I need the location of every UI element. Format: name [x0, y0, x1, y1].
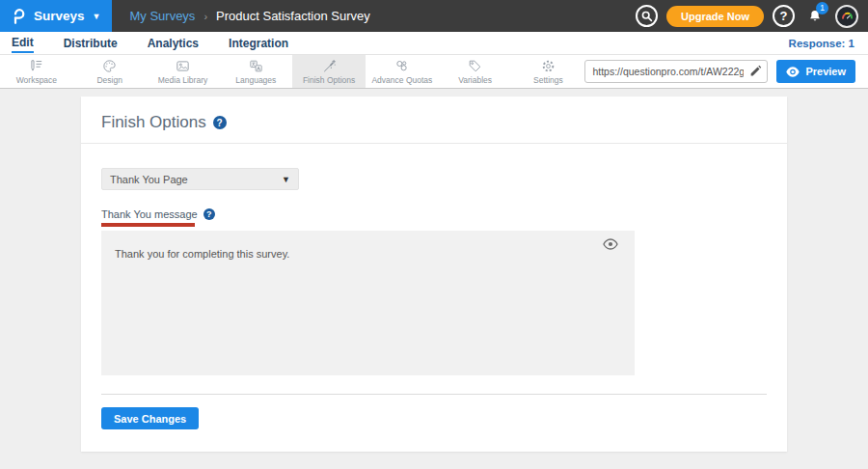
response-count[interactable]: Response: 1	[789, 38, 854, 49]
search-button[interactable]	[636, 5, 658, 27]
tab-edit[interactable]: Edit	[12, 33, 34, 53]
breadcrumb-my-surveys[interactable]: My Surveys	[129, 9, 195, 23]
toolbar-item-settings[interactable]: Settings	[512, 55, 585, 88]
thank-you-message-editor[interactable]: Thank you for completing this survey.	[101, 231, 635, 375]
annotation-red-underline	[101, 223, 195, 227]
thank-you-message-help-icon[interactable]: ?	[203, 208, 215, 220]
finish-type-value: Thank You Page	[110, 174, 188, 185]
license-gauge-icon	[840, 9, 854, 23]
product-menu-label: Surveys	[34, 9, 85, 23]
questionpro-logo-icon	[10, 8, 27, 25]
tab-analytics[interactable]: Analytics	[148, 34, 199, 52]
save-changes-button[interactable]: Save Changes	[101, 407, 199, 429]
thank-you-message-label: Thank You message	[101, 208, 198, 220]
preview-message-eye-icon[interactable]	[603, 238, 618, 250]
notifications-button[interactable]: 1	[803, 5, 827, 28]
finish-options-card: Finish Options ? Thank You Page ▼ Thank …	[81, 97, 787, 452]
notification-count-badge: 1	[816, 2, 828, 14]
toolbar-item-languages[interactable]: Languages	[219, 55, 292, 88]
media-library-icon	[175, 58, 191, 74]
question-mark-icon: ?	[780, 9, 788, 23]
divider	[101, 394, 767, 395]
breadcrumb-separator-icon: ›	[203, 11, 207, 22]
tab-distribute[interactable]: Distribute	[64, 34, 118, 52]
toolbar-item-advance-quotas[interactable]: Advance Quotas	[366, 55, 439, 88]
product-switcher[interactable]: Surveys ▼	[0, 0, 112, 32]
advance-quotas-icon	[393, 58, 410, 74]
design-icon	[101, 58, 118, 74]
finish-options-icon	[321, 58, 338, 74]
upgrade-now-button[interactable]: Upgrade Now	[666, 6, 764, 27]
languages-icon	[248, 58, 264, 74]
card-header: Finish Options ?	[81, 97, 787, 144]
edit-url-icon[interactable]	[749, 65, 762, 77]
edit-toolbar: Workspace Design Media Library Languages	[0, 55, 868, 89]
breadcrumb-survey-name: Product Satisfaction Survey	[216, 9, 370, 23]
breadcrumb: My Surveys › Product Satisfaction Survey	[129, 9, 369, 23]
variables-icon	[467, 58, 483, 74]
thank-you-message-text: Thank you for completing this survey.	[115, 248, 289, 260]
survey-url-box	[584, 60, 768, 83]
settings-icon	[540, 58, 556, 74]
toolbar-item-variables[interactable]: Variables	[439, 55, 512, 88]
header-actions: Upgrade Now ? 1	[636, 5, 868, 28]
toolbar-item-design[interactable]: Design	[73, 55, 147, 88]
finish-type-select[interactable]: Thank You Page ▼	[101, 168, 299, 190]
account-avatar[interactable]	[835, 5, 858, 28]
eye-icon	[786, 67, 800, 77]
survey-url-input[interactable]	[584, 60, 768, 83]
help-button[interactable]: ?	[773, 5, 795, 27]
page-title: Finish Options	[101, 113, 206, 132]
tab-integration[interactable]: Integration	[229, 34, 288, 52]
survey-url-group: Preview	[584, 55, 868, 88]
toolbar-item-finish-options[interactable]: Finish Options	[292, 55, 366, 88]
card-body: Thank You Page ▼ Thank You message ? Tha…	[81, 144, 787, 452]
preview-button[interactable]: Preview	[776, 60, 855, 83]
app-header: Surveys ▼ My Surveys › Product Satisfact…	[0, 0, 868, 32]
chevron-down-icon: ▼	[282, 175, 290, 184]
survey-nav: Edit Distribute Analytics Integration Re…	[0, 32, 868, 55]
toolbar-item-workspace[interactable]: Workspace	[0, 55, 73, 88]
finish-options-help-icon[interactable]: ?	[213, 116, 227, 129]
chevron-down-icon: ▼	[93, 12, 101, 21]
workspace-icon	[28, 58, 44, 74]
thank-you-message-label-row: Thank You message ?	[101, 208, 767, 220]
search-icon	[640, 10, 653, 22]
toolbar-item-media-library[interactable]: Media Library	[147, 55, 220, 88]
workarea: Finish Options ? Thank You Page ▼ Thank …	[0, 89, 868, 452]
